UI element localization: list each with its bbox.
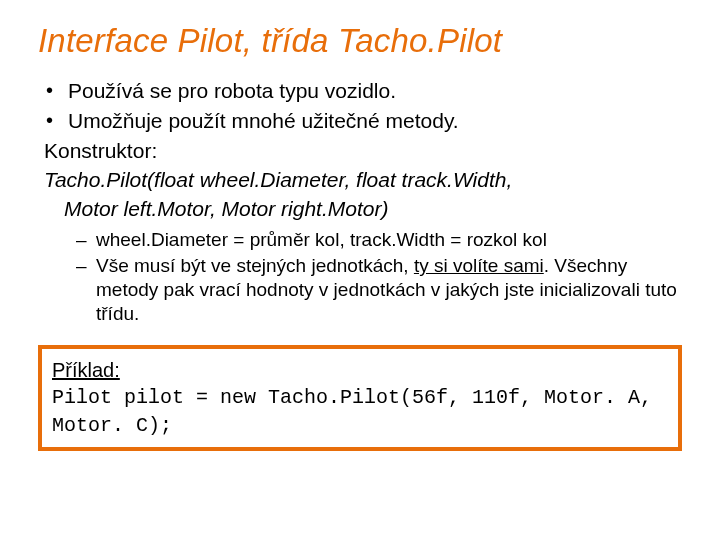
constructor-signature-line: Tacho.Pilot(float wheel.Diameter, float … — [44, 167, 682, 194]
bullet-item: Umožňuje použít mnohé užitečné metody. — [44, 108, 682, 135]
slide-title: Interface Pilot, třída Tacho.Pilot — [38, 22, 682, 60]
sub-bullet-list: wheel.Diameter = průměr kol, track.Width… — [76, 228, 682, 325]
bullet-item: Používá se pro robota typu vozidlo. — [44, 78, 682, 105]
sub-bullet-underlined: ty si volíte sami — [414, 255, 544, 276]
constructor-signature-line: Motor left.Motor, Motor right.Motor) — [64, 196, 682, 223]
example-box: Příklad: Pilot pilot = new Tacho.Pilot(5… — [38, 345, 682, 451]
example-code: Pilot pilot = new Tacho.Pilot(56f, 110f,… — [52, 386, 664, 437]
constructor-label: Konstruktor: — [44, 138, 682, 165]
sub-bullet-item: Vše musí být ve stejných jednotkách, ty … — [76, 254, 682, 325]
example-label: Příklad: — [52, 359, 120, 381]
sub-bullet-text: Vše musí být ve stejných jednotkách, — [96, 255, 414, 276]
bullet-list: Používá se pro robota typu vozidlo. Umož… — [44, 78, 682, 135]
sub-bullet-item: wheel.Diameter = průměr kol, track.Width… — [76, 228, 682, 252]
slide: Interface Pilot, třída Tacho.Pilot Použí… — [0, 0, 720, 540]
